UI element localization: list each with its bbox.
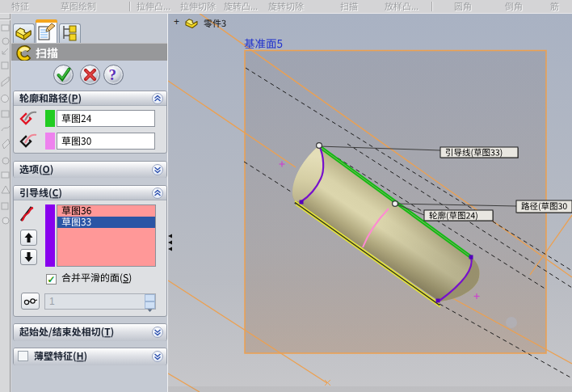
svg-text:+: +	[174, 16, 179, 27]
svg-text:?: ?	[109, 66, 117, 83]
